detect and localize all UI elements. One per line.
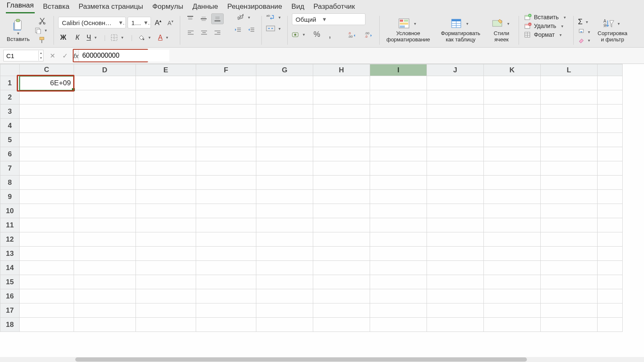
cell-G17[interactable] xyxy=(256,303,313,318)
cell-D13[interactable] xyxy=(74,247,136,261)
align-left-button[interactable] xyxy=(185,28,197,38)
cell-C18[interactable] xyxy=(20,318,74,332)
cell-I11[interactable] xyxy=(370,218,427,232)
cell-E13[interactable] xyxy=(136,247,196,261)
cell-F1[interactable] xyxy=(196,76,256,90)
row-header-1[interactable]: 1 xyxy=(0,76,20,90)
cell-I6[interactable] xyxy=(370,147,427,161)
merge-button[interactable]: ▾ xyxy=(266,25,283,32)
cell-G6[interactable] xyxy=(256,147,313,161)
cell-J12[interactable] xyxy=(427,232,484,247)
cell-C1[interactable]: 6E+09 xyxy=(20,76,74,90)
cell-I1[interactable] xyxy=(370,76,427,90)
cell-K7[interactable] xyxy=(484,161,541,176)
cell-G4[interactable] xyxy=(256,119,313,133)
cell-extra-3[interactable] xyxy=(598,105,623,119)
format-as-table-button[interactable]: ▾ Форматировать как таблицу xyxy=(438,17,483,44)
cell-G1[interactable] xyxy=(256,76,313,90)
row-header-8[interactable]: 8 xyxy=(0,176,20,190)
cell-K14[interactable] xyxy=(484,261,541,275)
cell-K6[interactable] xyxy=(484,147,541,161)
row-header-5[interactable]: 5 xyxy=(0,133,20,147)
cell-L12[interactable] xyxy=(541,232,598,247)
row-header-16[interactable]: 16 xyxy=(0,289,20,303)
cell-K12[interactable] xyxy=(484,232,541,247)
cell-F6[interactable] xyxy=(196,147,256,161)
cell-C8[interactable] xyxy=(20,176,74,190)
cell-I18[interactable] xyxy=(370,318,427,332)
cell-F12[interactable] xyxy=(196,232,256,247)
cell-G3[interactable] xyxy=(256,105,313,119)
align-top-button[interactable] xyxy=(184,14,196,24)
cell-H10[interactable] xyxy=(313,204,370,218)
italic-button[interactable]: К xyxy=(74,32,82,43)
cell-K3[interactable] xyxy=(484,105,541,119)
cell-F14[interactable] xyxy=(196,261,256,275)
cell-extra-11[interactable] xyxy=(598,218,623,232)
tab-Вставка[interactable]: Вставка xyxy=(42,2,70,13)
cell-extra-17[interactable] xyxy=(598,303,623,318)
cell-G12[interactable] xyxy=(256,232,313,247)
row-header-15[interactable]: 15 xyxy=(0,275,20,289)
tab-Главная[interactable]: Главная xyxy=(6,0,35,13)
cell-E7[interactable] xyxy=(136,161,196,176)
cell-L15[interactable] xyxy=(541,275,598,289)
cell-I13[interactable] xyxy=(370,247,427,261)
cell-J4[interactable] xyxy=(427,119,484,133)
cell-F15[interactable] xyxy=(196,275,256,289)
cell-I14[interactable] xyxy=(370,261,427,275)
row-header-6[interactable]: 6 xyxy=(0,147,20,161)
font-name-combo[interactable]: Calibri (Основной…▾ xyxy=(58,17,126,28)
cell-C4[interactable] xyxy=(20,119,74,133)
cell-K9[interactable] xyxy=(484,190,541,204)
cell-C17[interactable] xyxy=(20,303,74,318)
cell-J7[interactable] xyxy=(427,161,484,176)
cell-I9[interactable] xyxy=(370,190,427,204)
row-header-2[interactable]: 2 xyxy=(0,90,20,105)
cell-L4[interactable] xyxy=(541,119,598,133)
decrease-font-button[interactable]: A▾ xyxy=(165,18,175,28)
autosum-button[interactable]: Σ▾ xyxy=(578,18,590,26)
cell-J9[interactable] xyxy=(427,190,484,204)
cell-D17[interactable] xyxy=(74,303,136,318)
cell-G11[interactable] xyxy=(256,218,313,232)
cell-E10[interactable] xyxy=(136,204,196,218)
cell-K13[interactable] xyxy=(484,247,541,261)
cell-K15[interactable] xyxy=(484,275,541,289)
cell-D12[interactable] xyxy=(74,232,136,247)
cell-K4[interactable] xyxy=(484,119,541,133)
clear-button[interactable]: ▾ xyxy=(578,37,593,43)
row-header-3[interactable]: 3 xyxy=(0,105,20,119)
cell-H9[interactable] xyxy=(313,190,370,204)
cell-D1[interactable] xyxy=(74,76,136,90)
cell-L11[interactable] xyxy=(541,218,598,232)
cell-L7[interactable] xyxy=(541,161,598,176)
cut-icon[interactable] xyxy=(38,17,46,25)
cell-I4[interactable] xyxy=(370,119,427,133)
cell-extra-7[interactable] xyxy=(598,161,623,176)
cell-H8[interactable] xyxy=(313,176,370,190)
row-header-12[interactable]: 12 xyxy=(0,232,20,247)
cell-H11[interactable] xyxy=(313,218,370,232)
col-header-D[interactable]: D xyxy=(74,64,136,76)
cell-C16[interactable] xyxy=(20,289,74,303)
col-header-I[interactable]: I xyxy=(370,64,427,76)
cell-H4[interactable] xyxy=(313,119,370,133)
cell-D7[interactable] xyxy=(74,161,136,176)
cell-G14[interactable] xyxy=(256,261,313,275)
cell-I2[interactable] xyxy=(370,90,427,105)
cell-I12[interactable] xyxy=(370,232,427,247)
cell-D6[interactable] xyxy=(74,147,136,161)
cell-C15[interactable] xyxy=(20,275,74,289)
fill-color-button[interactable]: ▾ xyxy=(138,34,153,41)
cell-J8[interactable] xyxy=(427,176,484,190)
name-box-input[interactable] xyxy=(4,52,38,59)
copy-button[interactable]: ▾ xyxy=(35,27,49,34)
tab-Формулы[interactable]: Формулы xyxy=(151,2,184,13)
cell-J5[interactable] xyxy=(427,133,484,147)
cell-F11[interactable] xyxy=(196,218,256,232)
fx-button[interactable]: fx xyxy=(74,50,79,61)
cell-F18[interactable] xyxy=(196,318,256,332)
cell-J15[interactable] xyxy=(427,275,484,289)
cell-extra-13[interactable] xyxy=(598,247,623,261)
